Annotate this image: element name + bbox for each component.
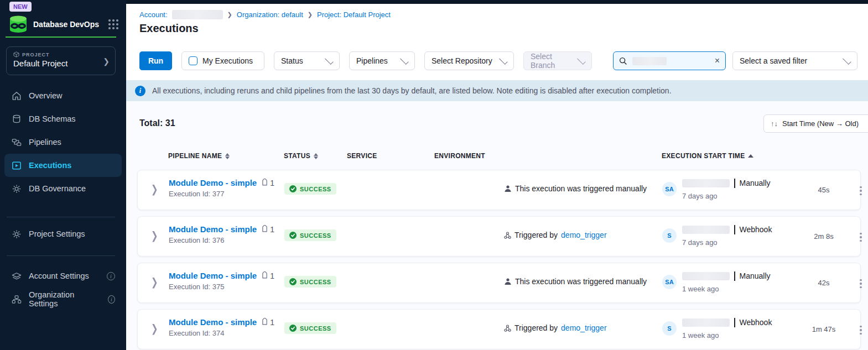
column-header-status[interactable]: STATUS xyxy=(284,152,318,160)
avatar[interactable]: S xyxy=(662,321,677,336)
time-ago: 7 days ago xyxy=(682,238,772,247)
avatar[interactable]: SA xyxy=(662,275,677,289)
breadcrumb: Account: ❯ Organization: default ❯ Proje… xyxy=(139,10,391,19)
sidebar-item-project-settings[interactable]: Project Settings xyxy=(4,222,122,245)
sidebar-item-account-settings[interactable]: Account Settings i xyxy=(4,264,122,288)
executions-content: Total: 31 ↑↓ Start Time (New → Old) PIPE… xyxy=(126,101,868,350)
trigger-link[interactable]: demo_trigger xyxy=(561,231,607,239)
avatar[interactable]: S xyxy=(662,228,677,243)
clear-search-icon[interactable]: × xyxy=(715,56,720,66)
column-header-pipeline-name[interactable]: PIPELINE NAME xyxy=(168,152,230,160)
tags-indicator: 1 xyxy=(261,271,274,280)
repository-dropdown[interactable]: Select Repository xyxy=(424,51,514,70)
sort-button-label: Start Time (New → Old) xyxy=(782,119,859,128)
info-banner: i All executions, including reruns and c… xyxy=(126,80,868,101)
expand-chevron-icon[interactable]: ❯ xyxy=(151,229,158,242)
pipelines-dropdown[interactable]: Pipelines xyxy=(349,51,415,70)
pipelines-icon xyxy=(11,137,22,148)
trigger-link[interactable]: demo_trigger xyxy=(561,323,607,332)
project-selector[interactable]: PROJECT Default Project ❯ xyxy=(6,46,116,75)
sidebar-item-label: Overview xyxy=(29,91,62,100)
expand-chevron-icon[interactable]: ❯ xyxy=(151,276,158,289)
breadcrumb-project-link[interactable]: Project: Default Project xyxy=(317,11,391,19)
pipeline-name-link[interactable]: Module Demo - simple xyxy=(169,178,257,187)
status-badge: SUCCESS xyxy=(284,276,336,288)
module-switcher-icon[interactable] xyxy=(108,19,118,29)
tag-count: 1 xyxy=(270,225,274,234)
search-input[interactable]: × xyxy=(613,51,726,70)
info-banner-text: All executions, including reruns and chi… xyxy=(152,86,672,95)
pipeline-name-link[interactable]: Module Demo - simple xyxy=(169,224,257,234)
sidebar-divider xyxy=(7,255,115,256)
status-dropdown[interactable]: Status xyxy=(274,51,340,70)
sidebar-item-executions[interactable]: Executions xyxy=(4,154,122,177)
table-header: PIPELINE NAME STATUS SERVICE ENVIRONMENT… xyxy=(137,152,861,163)
sidebar-nav: Overview DB Schemas Pipelines Executions… xyxy=(4,84,122,200)
sidebar-item-label: Project Settings xyxy=(29,229,85,238)
trigger-method: Webhook xyxy=(740,318,772,327)
webhook-icon xyxy=(504,325,511,332)
total-count: Total: 31 xyxy=(139,118,175,128)
search-icon xyxy=(619,57,627,65)
start-time-cell: SA Manually 1 week ago xyxy=(662,270,771,293)
sidebar-item-organization-settings[interactable]: Organization Settings i xyxy=(4,288,122,311)
status-badge-label: SUCCESS xyxy=(300,232,331,239)
pipeline-cell: Module Demo - simple 1 Execution Id: 375 xyxy=(169,271,274,291)
sidebar-nav-settings: Account Settings i Organization Settings… xyxy=(4,264,122,311)
main-area: Account: ❯ Organization: default ❯ Proje… xyxy=(126,4,868,350)
expand-chevron-icon[interactable]: ❯ xyxy=(151,322,158,335)
org-chart-icon xyxy=(11,294,22,305)
success-check-icon xyxy=(289,232,297,239)
sidebar-item-db-governance[interactable]: DB Governance xyxy=(4,177,122,200)
duration: 2m 8s xyxy=(804,232,843,241)
breadcrumb-account-link[interactable]: Account: xyxy=(139,11,168,19)
expand-chevron-icon[interactable]: ❯ xyxy=(151,183,158,196)
window-top-bar xyxy=(0,0,868,4)
execution-id: Execution Id: 377 xyxy=(169,190,274,198)
status-cell: SUCCESS xyxy=(284,322,336,334)
my-executions-checkbox[interactable] xyxy=(189,56,197,65)
info-icon[interactable]: i xyxy=(107,272,115,280)
time-ago: 1 week ago xyxy=(682,331,772,339)
saved-filter-dropdown[interactable]: Select a saved filter xyxy=(732,51,857,70)
brand-divider xyxy=(6,36,116,38)
row-menu-icon[interactable] xyxy=(855,184,866,198)
redacted-user-name xyxy=(682,272,730,280)
pipeline-cell: Module Demo - simple 1 Execution Id: 377 xyxy=(169,178,274,198)
app-logo-row: Database DevOps xyxy=(8,14,118,34)
trigger-text: This execution was triggered manually xyxy=(515,277,647,286)
sort-button[interactable]: ↑↓ Start Time (New → Old) xyxy=(763,114,868,133)
success-check-icon xyxy=(289,325,297,332)
duration: 1m 47s xyxy=(804,325,843,333)
person-icon xyxy=(504,185,512,192)
sidebar-item-pipelines[interactable]: Pipelines xyxy=(4,130,122,154)
sidebar-item-label: DB Schemas xyxy=(29,114,76,123)
sidebar-item-overview[interactable]: Overview xyxy=(4,84,122,107)
execution-id: Execution Id: 376 xyxy=(169,236,274,244)
tag-icon xyxy=(261,318,269,326)
separator xyxy=(734,179,735,188)
pipeline-name-link[interactable]: Module Demo - simple xyxy=(169,317,257,327)
saved-filter-label: Select a saved filter xyxy=(740,56,807,65)
status-cell: SUCCESS xyxy=(284,183,336,195)
gear-icon xyxy=(11,184,22,194)
tag-icon xyxy=(261,179,269,187)
trigger-text: This execution was triggered manually xyxy=(515,184,647,193)
cube-icon xyxy=(13,51,19,58)
row-menu-icon[interactable] xyxy=(855,276,866,291)
tags-indicator: 1 xyxy=(261,179,274,187)
column-header-execution-start-time[interactable]: EXECUTION START TIME xyxy=(662,152,753,160)
my-executions-filter[interactable]: My Executions xyxy=(181,51,264,70)
row-menu-icon[interactable] xyxy=(855,323,866,337)
run-button[interactable]: Run xyxy=(139,51,172,70)
chevron-down-icon xyxy=(843,56,851,65)
row-menu-icon[interactable] xyxy=(855,230,866,244)
info-icon[interactable]: i xyxy=(108,295,115,304)
trigger-cell: This execution was triggered manually xyxy=(504,277,647,286)
pipeline-name-link[interactable]: Module Demo - simple xyxy=(169,271,257,280)
branch-dropdown-disabled: Select Branch xyxy=(523,51,592,70)
sort-ascending-icon xyxy=(748,154,753,158)
breadcrumb-org-link[interactable]: Organization: default xyxy=(237,11,303,19)
avatar[interactable]: SA xyxy=(662,182,677,196)
sidebar-item-db-schemas[interactable]: DB Schemas xyxy=(4,107,122,130)
